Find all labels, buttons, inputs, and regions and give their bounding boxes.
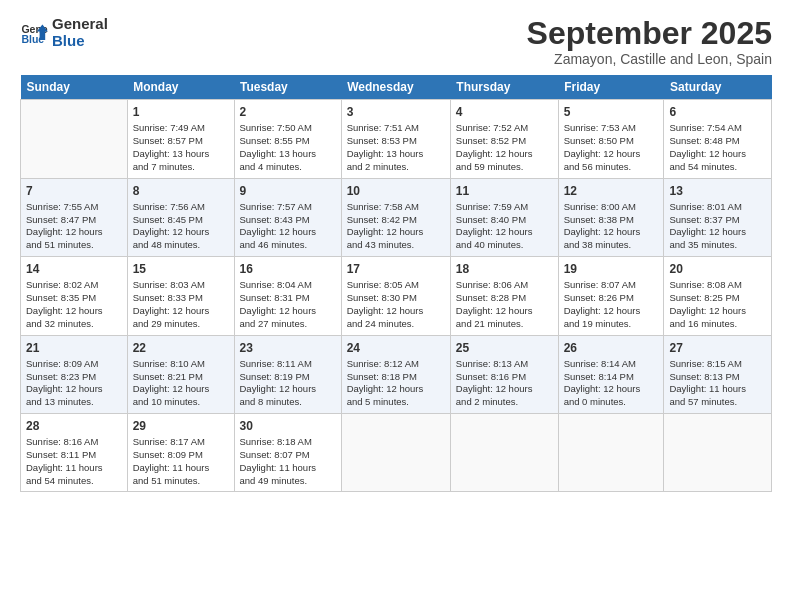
- day-number: 9: [240, 183, 336, 199]
- day-number: 25: [456, 340, 553, 356]
- table-row: 14Sunrise: 8:02 AM Sunset: 8:35 PM Dayli…: [21, 257, 128, 335]
- table-row: 20Sunrise: 8:08 AM Sunset: 8:25 PM Dayli…: [664, 257, 772, 335]
- day-info: Sunrise: 7:50 AM Sunset: 8:55 PM Dayligh…: [240, 122, 336, 173]
- table-row: 10Sunrise: 7:58 AM Sunset: 8:42 PM Dayli…: [341, 178, 450, 256]
- table-row: 26Sunrise: 8:14 AM Sunset: 8:14 PM Dayli…: [558, 335, 664, 413]
- day-number: 2: [240, 104, 336, 120]
- day-info: Sunrise: 7:54 AM Sunset: 8:48 PM Dayligh…: [669, 122, 766, 173]
- day-number: 10: [347, 183, 445, 199]
- day-number: 22: [133, 340, 229, 356]
- day-number: 20: [669, 261, 766, 277]
- table-row: 6Sunrise: 7:54 AM Sunset: 8:48 PM Daylig…: [664, 100, 772, 178]
- day-info: Sunrise: 7:51 AM Sunset: 8:53 PM Dayligh…: [347, 122, 445, 173]
- day-info: Sunrise: 7:55 AM Sunset: 8:47 PM Dayligh…: [26, 201, 122, 252]
- table-row: 18Sunrise: 8:06 AM Sunset: 8:28 PM Dayli…: [450, 257, 558, 335]
- day-number: 19: [564, 261, 659, 277]
- day-info: Sunrise: 8:03 AM Sunset: 8:33 PM Dayligh…: [133, 279, 229, 330]
- logo-text-blue: Blue: [52, 33, 108, 50]
- title-block: September 2025 Zamayon, Castille and Leo…: [527, 16, 772, 67]
- day-number: 24: [347, 340, 445, 356]
- calendar-subtitle: Zamayon, Castille and Leon, Spain: [527, 51, 772, 67]
- calendar-title: September 2025: [527, 16, 772, 51]
- table-row: 17Sunrise: 8:05 AM Sunset: 8:30 PM Dayli…: [341, 257, 450, 335]
- day-info: Sunrise: 8:06 AM Sunset: 8:28 PM Dayligh…: [456, 279, 553, 330]
- day-info: Sunrise: 8:07 AM Sunset: 8:26 PM Dayligh…: [564, 279, 659, 330]
- day-info: Sunrise: 8:00 AM Sunset: 8:38 PM Dayligh…: [564, 201, 659, 252]
- day-number: 15: [133, 261, 229, 277]
- table-row: 11Sunrise: 7:59 AM Sunset: 8:40 PM Dayli…: [450, 178, 558, 256]
- day-info: Sunrise: 8:01 AM Sunset: 8:37 PM Dayligh…: [669, 201, 766, 252]
- table-row: 21Sunrise: 8:09 AM Sunset: 8:23 PM Dayli…: [21, 335, 128, 413]
- day-info: Sunrise: 7:59 AM Sunset: 8:40 PM Dayligh…: [456, 201, 553, 252]
- day-info: Sunrise: 8:12 AM Sunset: 8:18 PM Dayligh…: [347, 358, 445, 409]
- day-info: Sunrise: 8:17 AM Sunset: 8:09 PM Dayligh…: [133, 436, 229, 487]
- table-row: 5Sunrise: 7:53 AM Sunset: 8:50 PM Daylig…: [558, 100, 664, 178]
- day-number: 12: [564, 183, 659, 199]
- day-info: Sunrise: 8:13 AM Sunset: 8:16 PM Dayligh…: [456, 358, 553, 409]
- calendar-header-row: Sunday Monday Tuesday Wednesday Thursday…: [21, 75, 772, 100]
- day-info: Sunrise: 8:10 AM Sunset: 8:21 PM Dayligh…: [133, 358, 229, 409]
- day-number: 14: [26, 261, 122, 277]
- calendar-week-row: 14Sunrise: 8:02 AM Sunset: 8:35 PM Dayli…: [21, 257, 772, 335]
- table-row: 30Sunrise: 8:18 AM Sunset: 8:07 PM Dayli…: [234, 413, 341, 491]
- table-row: 25Sunrise: 8:13 AM Sunset: 8:16 PM Dayli…: [450, 335, 558, 413]
- logo-icon: General Blue: [20, 19, 48, 47]
- day-number: 5: [564, 104, 659, 120]
- day-info: Sunrise: 7:52 AM Sunset: 8:52 PM Dayligh…: [456, 122, 553, 173]
- day-number: 16: [240, 261, 336, 277]
- table-row: 22Sunrise: 8:10 AM Sunset: 8:21 PM Dayli…: [127, 335, 234, 413]
- table-row: 23Sunrise: 8:11 AM Sunset: 8:19 PM Dayli…: [234, 335, 341, 413]
- table-row: 1Sunrise: 7:49 AM Sunset: 8:57 PM Daylig…: [127, 100, 234, 178]
- table-row: 4Sunrise: 7:52 AM Sunset: 8:52 PM Daylig…: [450, 100, 558, 178]
- day-number: 29: [133, 418, 229, 434]
- table-row: 27Sunrise: 8:15 AM Sunset: 8:13 PM Dayli…: [664, 335, 772, 413]
- day-number: 11: [456, 183, 553, 199]
- table-row: 19Sunrise: 8:07 AM Sunset: 8:26 PM Dayli…: [558, 257, 664, 335]
- day-info: Sunrise: 7:56 AM Sunset: 8:45 PM Dayligh…: [133, 201, 229, 252]
- day-number: 17: [347, 261, 445, 277]
- day-number: 23: [240, 340, 336, 356]
- day-info: Sunrise: 8:09 AM Sunset: 8:23 PM Dayligh…: [26, 358, 122, 409]
- day-number: 7: [26, 183, 122, 199]
- header-thursday: Thursday: [450, 75, 558, 100]
- table-row: 7Sunrise: 7:55 AM Sunset: 8:47 PM Daylig…: [21, 178, 128, 256]
- day-number: 26: [564, 340, 659, 356]
- day-info: Sunrise: 8:04 AM Sunset: 8:31 PM Dayligh…: [240, 279, 336, 330]
- table-row: 2Sunrise: 7:50 AM Sunset: 8:55 PM Daylig…: [234, 100, 341, 178]
- day-number: 18: [456, 261, 553, 277]
- day-info: Sunrise: 8:15 AM Sunset: 8:13 PM Dayligh…: [669, 358, 766, 409]
- day-number: 28: [26, 418, 122, 434]
- header: General Blue General Blue September 2025…: [20, 16, 772, 67]
- calendar-table: Sunday Monday Tuesday Wednesday Thursday…: [20, 75, 772, 492]
- logo: General Blue General Blue: [20, 16, 108, 49]
- logo-text-general: General: [52, 16, 108, 33]
- day-info: Sunrise: 8:14 AM Sunset: 8:14 PM Dayligh…: [564, 358, 659, 409]
- day-number: 21: [26, 340, 122, 356]
- table-row: 28Sunrise: 8:16 AM Sunset: 8:11 PM Dayli…: [21, 413, 128, 491]
- table-row: 15Sunrise: 8:03 AM Sunset: 8:33 PM Dayli…: [127, 257, 234, 335]
- day-info: Sunrise: 7:49 AM Sunset: 8:57 PM Dayligh…: [133, 122, 229, 173]
- day-number: 4: [456, 104, 553, 120]
- day-info: Sunrise: 8:11 AM Sunset: 8:19 PM Dayligh…: [240, 358, 336, 409]
- table-row: 9Sunrise: 7:57 AM Sunset: 8:43 PM Daylig…: [234, 178, 341, 256]
- table-row: 13Sunrise: 8:01 AM Sunset: 8:37 PM Dayli…: [664, 178, 772, 256]
- day-info: Sunrise: 8:18 AM Sunset: 8:07 PM Dayligh…: [240, 436, 336, 487]
- table-row: 24Sunrise: 8:12 AM Sunset: 8:18 PM Dayli…: [341, 335, 450, 413]
- header-monday: Monday: [127, 75, 234, 100]
- day-number: 1: [133, 104, 229, 120]
- table-row: [664, 413, 772, 491]
- calendar-week-row: 7Sunrise: 7:55 AM Sunset: 8:47 PM Daylig…: [21, 178, 772, 256]
- day-info: Sunrise: 8:05 AM Sunset: 8:30 PM Dayligh…: [347, 279, 445, 330]
- table-row: [558, 413, 664, 491]
- day-info: Sunrise: 7:57 AM Sunset: 8:43 PM Dayligh…: [240, 201, 336, 252]
- day-number: 27: [669, 340, 766, 356]
- header-sunday: Sunday: [21, 75, 128, 100]
- table-row: [450, 413, 558, 491]
- table-row: 29Sunrise: 8:17 AM Sunset: 8:09 PM Dayli…: [127, 413, 234, 491]
- day-number: 30: [240, 418, 336, 434]
- day-info: Sunrise: 8:16 AM Sunset: 8:11 PM Dayligh…: [26, 436, 122, 487]
- day-number: 8: [133, 183, 229, 199]
- day-number: 6: [669, 104, 766, 120]
- calendar-week-row: 28Sunrise: 8:16 AM Sunset: 8:11 PM Dayli…: [21, 413, 772, 491]
- header-saturday: Saturday: [664, 75, 772, 100]
